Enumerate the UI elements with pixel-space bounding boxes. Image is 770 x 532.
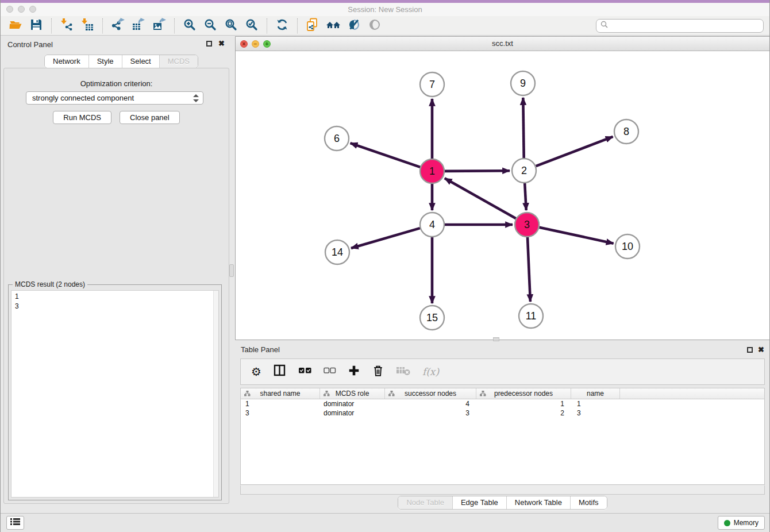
control-panel-tabs: Network Style Select MCDS xyxy=(44,55,198,68)
close-panel-icon[interactable]: ✖ xyxy=(218,39,225,48)
graph-edge-1-6[interactable] xyxy=(351,143,421,167)
close-panel-button[interactable]: Close panel xyxy=(120,111,180,124)
import-table-button[interactable] xyxy=(77,17,98,34)
toolbar-separator xyxy=(102,18,103,33)
zoom-fit-button[interactable] xyxy=(221,17,241,34)
tab-mcds[interactable]: MCDS xyxy=(160,55,198,68)
graph-node-15[interactable]: 15 xyxy=(420,306,444,330)
tab-motifs[interactable]: Motifs xyxy=(571,496,607,509)
table-cell[interactable]: 1 xyxy=(241,399,320,408)
vertical-splitter-handle[interactable] xyxy=(229,264,234,277)
graph-edge-1-2[interactable] xyxy=(445,171,510,171)
graph-node-7[interactable]: 7 xyxy=(420,72,444,97)
float-table-panel-icon[interactable] xyxy=(747,347,753,353)
tab-edge-table[interactable]: Edge Table xyxy=(453,496,507,509)
table-settings-button[interactable]: ⚙ xyxy=(251,364,261,380)
maximize-network-icon[interactable]: + xyxy=(263,40,271,48)
graph-node-10[interactable]: 10 xyxy=(615,234,640,259)
tab-node-table[interactable]: Node Table xyxy=(398,496,453,509)
graph-edge-2-9[interactable] xyxy=(523,98,523,158)
search-field[interactable] xyxy=(596,19,764,33)
clone-network-button[interactable] xyxy=(302,17,323,34)
table-horizontal-scrollbar[interactable] xyxy=(240,485,765,495)
optimization-criterion-label: Optimization criterion: xyxy=(4,79,229,88)
memory-button[interactable]: Memory xyxy=(718,516,765,530)
table-cell[interactable]: 3 xyxy=(571,408,620,418)
graph-edge-2-8[interactable] xyxy=(536,137,613,166)
svg-text:8: 8 xyxy=(623,126,629,137)
close-network-icon[interactable]: × xyxy=(240,40,248,48)
graphics-details-button[interactable] xyxy=(364,17,385,34)
delete-column-button[interactable] xyxy=(372,364,384,380)
criterion-select[interactable]: strongly connected component xyxy=(26,91,203,105)
select-all-button[interactable] xyxy=(298,364,312,380)
import-network-button[interactable] xyxy=(56,17,77,34)
result-scrollbar[interactable] xyxy=(213,291,218,497)
graph-edge-3-10[interactable] xyxy=(540,228,614,244)
graph-node-8[interactable]: 8 xyxy=(614,119,638,144)
tab-network-table[interactable]: Network Table xyxy=(507,496,571,509)
float-panel-icon[interactable] xyxy=(206,41,212,47)
zoom-in-icon xyxy=(183,18,197,34)
save-session-button[interactable] xyxy=(26,17,47,34)
refresh-view-button[interactable] xyxy=(272,17,292,34)
column-header-predecessor-nodes[interactable]: predecessor nodes xyxy=(476,388,571,399)
table-cell[interactable]: dominator xyxy=(320,399,385,408)
application-window: Session: New Session Control Panel ✖ xyxy=(0,0,770,532)
network-window-titlebar[interactable]: × − + scc.txt xyxy=(236,37,769,51)
graph-edge-3-11[interactable] xyxy=(528,237,530,302)
graph-node-4[interactable]: 4 xyxy=(420,213,444,237)
table-row-1[interactable]: 1dominator411 xyxy=(241,399,764,408)
network-canvas[interactable]: 7968124314101511 xyxy=(236,51,769,340)
graph-edge-4-14[interactable] xyxy=(351,228,420,248)
tab-style[interactable]: Style xyxy=(89,55,122,68)
minimize-network-icon[interactable]: − xyxy=(252,40,259,48)
open-session-button[interactable] xyxy=(5,17,26,34)
graph-node-3[interactable]: 3 xyxy=(515,213,539,237)
export-network-button[interactable] xyxy=(107,17,128,34)
table-cell[interactable]: 1 xyxy=(571,399,620,408)
close-table-panel-icon[interactable]: ✖ xyxy=(758,345,764,354)
delete-table-button[interactable] xyxy=(396,364,411,380)
export-table-button[interactable] xyxy=(128,17,149,34)
column-header-successor-nodes[interactable]: successor nodes xyxy=(385,388,476,399)
graph-node-6[interactable]: 6 xyxy=(325,126,349,151)
table-cell[interactable]: 3 xyxy=(241,408,320,418)
graph-node-11[interactable]: 11 xyxy=(519,304,543,328)
graph-edge-2-3[interactable] xyxy=(525,183,526,210)
column-header-mcds-role[interactable]: MCDS role xyxy=(320,388,385,399)
table-row-2[interactable]: 3dominator323 xyxy=(241,408,764,418)
table-cell[interactable]: 3 xyxy=(385,408,476,418)
column-header-shared-name[interactable]: shared name xyxy=(241,388,320,399)
horizontal-splitter-handle[interactable] xyxy=(493,337,499,341)
graph-node-2[interactable]: 2 xyxy=(512,159,536,183)
mcds-result-box: MCDS result (2 nodes) 1 3 xyxy=(8,284,222,500)
table-cell[interactable]: 2 xyxy=(476,408,571,418)
zoom-out-button[interactable] xyxy=(200,17,221,34)
tab-network[interactable]: Network xyxy=(45,55,89,68)
function-builder-button[interactable]: f(x) xyxy=(422,364,439,380)
table-cell[interactable]: 4 xyxy=(385,399,476,408)
deselect-all-button[interactable] xyxy=(324,364,336,380)
mcds-result-text[interactable]: 1 3 xyxy=(11,290,219,498)
column-view-button[interactable] xyxy=(273,364,287,380)
first-neighbors-button[interactable] xyxy=(323,17,344,34)
graph-edge-3-1[interactable] xyxy=(445,178,516,218)
task-history-button[interactable] xyxy=(6,516,24,530)
table-cell[interactable]: dominator xyxy=(320,408,385,418)
graph-node-9[interactable]: 9 xyxy=(511,71,535,95)
zoom-in-button[interactable] xyxy=(179,17,200,34)
table-cell[interactable]: 1 xyxy=(476,399,571,408)
column-header-name[interactable]: name xyxy=(571,388,620,399)
svg-text:2: 2 xyxy=(521,165,527,176)
search-input[interactable] xyxy=(609,20,763,32)
graph-node-1[interactable]: 1 xyxy=(420,159,444,183)
tab-select[interactable]: Select xyxy=(122,55,160,68)
add-column-button[interactable] xyxy=(348,364,360,380)
export-image-button[interactable] xyxy=(149,17,170,34)
zoom-selected-button[interactable] xyxy=(241,17,262,34)
run-mcds-button[interactable]: Run MCDS xyxy=(53,111,111,124)
delete-table-icon xyxy=(396,365,411,379)
graph-node-14[interactable]: 14 xyxy=(325,240,349,264)
graphics-style-button[interactable] xyxy=(344,17,364,34)
